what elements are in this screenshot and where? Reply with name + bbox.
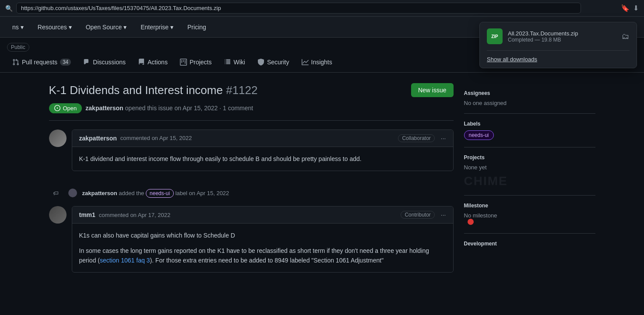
subnav-insights[interactable]: Insights [296, 55, 338, 69]
nav-item-ns[interactable]: ns ▾ [7, 20, 29, 34]
comment-more-2[interactable]: ··· [441, 211, 446, 218]
zip-icon: ZIP [487, 28, 503, 44]
nav-item-pricing[interactable]: Pricing [182, 20, 211, 34]
new-issue-button[interactable]: New issue [411, 83, 454, 97]
nav-item-resources[interactable]: Resources ▾ [32, 20, 77, 34]
comment-body-2: K1s can also have capital gains which fl… [72, 224, 453, 272]
subnav-insights-label: Insights [311, 59, 332, 66]
show-all-downloads-link[interactable]: Show all downloads [480, 51, 637, 68]
assignees-label: Assignees [464, 90, 595, 96]
subnav-wiki[interactable]: Wiki [219, 55, 250, 69]
comment-wrapper-1: zakpatterson commented on Apr 15, 2022 C… [49, 130, 454, 178]
subnav-actions[interactable]: Actions [133, 55, 173, 69]
event-actor[interactable]: zakpatterson [82, 190, 117, 196]
bookmark-icon[interactable]: 🔖 [621, 4, 630, 12]
comment-body-2-p2: In some cases the long term gains report… [79, 246, 446, 266]
event-avatar [68, 189, 77, 197]
download-item: ZIP All.2023.Tax.Documents.zip Completed… [480, 22, 637, 50]
projects-value: None yet [464, 164, 595, 171]
event-label-tag[interactable]: needs-ui [146, 189, 174, 198]
needs-ui-badge[interactable]: needs-ui [464, 130, 494, 140]
comment-header-1: zakpatterson commented on Apr 15, 2022 C… [72, 130, 453, 147]
folder-icon[interactable]: 🗂 [622, 32, 630, 41]
subnav-actions-label: Actions [148, 59, 168, 66]
nav-item-enterprise[interactable]: Enterprise ▾ [135, 20, 179, 34]
section-1061-link[interactable]: section 1061 faq 3 [100, 257, 150, 264]
issue-meta-text: zakpatterson opened this issue on Apr 15… [85, 105, 253, 112]
milestone-label: Milestone [464, 203, 595, 209]
subnav-pull-requests[interactable]: Pull requests 34 [7, 55, 76, 69]
download-popup: ZIP All.2023.Tax.Documents.zip Completed… [479, 22, 637, 68]
open-status-label: Open [63, 105, 77, 112]
sidebar-milestone: Milestone No milestone [464, 196, 595, 234]
subnav-projects[interactable]: Projects [175, 55, 217, 69]
subnav-discussions[interactable]: Discussions [78, 55, 131, 69]
red-dot-indicator [468, 219, 474, 225]
sidebar-projects: Projects None yet CHIME [464, 147, 595, 196]
issue-title-row: K-1 Dividends and Interest income #1122 … [49, 83, 454, 98]
subnav-discussions-label: Discussions [93, 59, 126, 66]
download-filename: All.2023.Tax.Documents.zip [508, 30, 616, 37]
comment-card-2: tmm1 commented on Apr 17, 2022 Contribut… [72, 206, 454, 273]
projects-label: Projects [464, 154, 595, 161]
address-bar: 🔍 🔖 ⬇ [0, 0, 644, 17]
comment-author-1[interactable]: zakpatterson [79, 135, 117, 142]
development-label: Development [464, 241, 595, 247]
comment-header-2: tmm1 commented on Apr 17, 2022 Contribut… [72, 206, 453, 224]
sidebar-labels: Labels needs-ui [464, 114, 595, 147]
comment-body-1: K-1 dividend and interest income flow th… [72, 147, 453, 171]
issue-main: K-1 Dividends and Interest income #1122 … [49, 83, 454, 287]
issue-number: #1122 [226, 84, 257, 97]
pull-requests-count: 34 [60, 59, 71, 66]
milestone-value: No milestone [464, 212, 595, 219]
avatar-tmm1 [49, 206, 67, 224]
download-icon[interactable]: ⬇ [633, 4, 639, 12]
comment-wrapper-2: tmm1 commented on Apr 17, 2022 Contribut… [49, 206, 454, 280]
issue-sidebar: Assignees No one assigned Labels needs-u… [464, 83, 595, 287]
sidebar-development: Development [464, 234, 595, 257]
assignees-value: No one assigned [464, 100, 595, 106]
public-badge: Public [7, 43, 29, 52]
address-input[interactable] [16, 3, 581, 14]
subnav-projects-label: Projects [190, 59, 212, 66]
subnav-security[interactable]: Security [252, 55, 295, 69]
comment-date-1: commented on Apr 15, 2022 [120, 135, 192, 141]
subnav-pull-requests-label: Pull requests [22, 59, 57, 66]
sidebar-assignees: Assignees No one assigned [464, 83, 595, 114]
subnav-security-label: Security [267, 59, 289, 66]
event-row-label: 🏷 zakpatterson added the needs-ui label … [49, 185, 454, 201]
event-text: zakpatterson added the needs-ui label on… [82, 190, 229, 196]
issue-container: K-1 Dividends and Interest income #1122 … [42, 73, 602, 297]
avatar-zakpatterson [49, 130, 67, 147]
chime-watermark: CHIME [464, 174, 595, 188]
nav-item-open-source[interactable]: Open Source ▾ [81, 20, 132, 34]
download-info: All.2023.Tax.Documents.zip Completed — 1… [508, 30, 616, 43]
comment-body-2-p1: K1s can also have capital gains which fl… [79, 231, 446, 240]
label-icon: 🏷 [49, 190, 63, 196]
comment-author-2[interactable]: tmm1 [79, 211, 95, 218]
subnav-wiki-label: Wiki [234, 59, 245, 66]
comment-more-1[interactable]: ··· [441, 135, 446, 142]
issue-title: K-1 Dividends and Interest income #1122 [49, 83, 258, 98]
download-status: Completed — 19.8 MB [508, 37, 616, 43]
search-icon: 🔍 [5, 5, 13, 12]
comment-role-1: Collaborator [398, 134, 434, 142]
labels-label: Labels [464, 121, 595, 127]
comment-date-2: commented on Apr 17, 2022 [99, 212, 170, 218]
issue-author[interactable]: zakpatterson [85, 105, 123, 112]
issue-meta: Open zakpatterson opened this issue on A… [49, 103, 454, 121]
comment-card-1: zakpatterson commented on Apr 15, 2022 C… [72, 130, 454, 171]
comment-role-2: Contributor [401, 211, 434, 219]
open-badge: Open [49, 103, 82, 113]
